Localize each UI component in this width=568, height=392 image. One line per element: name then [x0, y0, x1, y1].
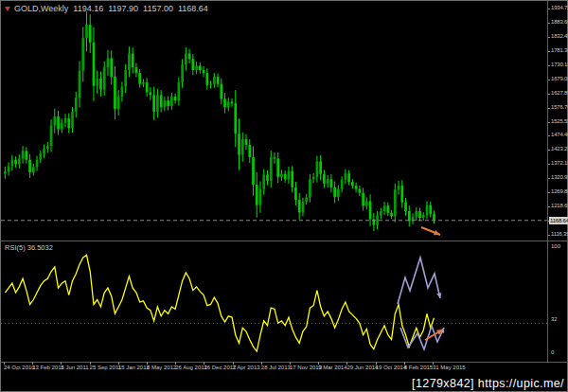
price-tick-label: 1781.30: [551, 47, 568, 54]
main-down-arrow[interactable]: [421, 227, 440, 235]
time-tick-label: 31 May 2015: [433, 365, 466, 370]
time-tick-label: 26 Aug 2012: [175, 365, 207, 370]
watermark: [1279x842] https://upic.me/: [412, 377, 564, 390]
price-tick: [548, 164, 550, 165]
rsi-axis-top-label: 100: [551, 243, 560, 250]
time-tick-label: 28 Jul 2013: [261, 365, 291, 370]
price-tick: [548, 23, 550, 24]
time-tick-label: 6 May 2012: [147, 365, 176, 370]
price-tick-label: 1372.10: [551, 160, 568, 167]
time-tick-label: 15 Jan 2012: [118, 365, 150, 370]
indicator-value: 36.5032: [27, 243, 53, 252]
price-tick: [548, 51, 550, 52]
rsi-zigzag-upper[interactable]: [398, 258, 441, 304]
chart-title: GOLD,Weekly1194.161197.901157.001168.64: [5, 4, 208, 13]
close-value: 1168.64: [178, 4, 208, 13]
symbol-marker-icon: [5, 7, 10, 11]
price-tick: [548, 206, 550, 207]
open-value: 1194.16: [73, 4, 103, 13]
price-tick-label: 1730.15: [551, 62, 568, 68]
price-tick-label: 1883.60: [551, 19, 568, 26]
rsi-line: [5, 255, 434, 351]
time-tick-label: 17 Nov 2013: [290, 365, 322, 370]
time-tick-label: 24 Oct 2010: [4, 365, 35, 370]
main-chart[interactable]: [1, 1, 548, 241]
price-tick: [548, 178, 550, 179]
rsi-panel[interactable]: [1, 241, 548, 362]
time-tick-label: 13 Feb 2011: [32, 365, 63, 370]
price-axis[interactable]: 1934.751883.601832.451781.301730.151679.…: [548, 1, 567, 363]
price-tick: [548, 9, 550, 9]
indicator-label: RSI(5) 36.5032: [5, 243, 53, 252]
time-tick-label: 19 Oct 2014: [376, 365, 407, 370]
price-tick: [548, 122, 550, 123]
time-tick-label: 9 Mar 2014: [318, 365, 346, 370]
time-axis-separator: [1, 362, 567, 363]
price-tick: [548, 65, 550, 66]
price-tick-label: 1627.85: [551, 90, 568, 97]
price-tick-label: 1269.80: [551, 188, 568, 195]
time-axis[interactable]: 24 Oct 201013 Feb 20115 Jun 201125 Sep 2…: [1, 364, 548, 375]
time-tick-label: 25 Sep 2011: [90, 365, 122, 370]
rsi-axis-bottom-label: 0: [551, 349, 554, 356]
time-tick-label: 16 Dec 2012: [204, 365, 236, 370]
price-tick: [548, 135, 550, 136]
indicator-name: RSI(5): [5, 243, 26, 252]
price-tick-label: 1832.45: [551, 33, 568, 40]
price-tick: [548, 108, 550, 109]
price-tick: [548, 192, 550, 193]
price-tick-label: 1525.55: [551, 118, 568, 125]
price-tick-label: 1934.75: [551, 5, 568, 11]
price-tick-label: 1576.70: [551, 104, 568, 111]
time-tick-label: 29 Jun 2014: [346, 365, 378, 370]
chart-window: GOLD,Weekly1194.161197.901157.001168.64 …: [0, 0, 568, 392]
price-tick: [548, 150, 550, 151]
price-tick: [548, 80, 550, 80]
time-tick-label: 5 Jun 2011: [61, 365, 88, 370]
price-tick-label: 1218.65: [551, 203, 568, 209]
price-tick-label: 1679.00: [551, 76, 568, 82]
current-price-box: 1168.64: [549, 217, 568, 224]
time-tick-label: 8 Feb 2015: [404, 365, 433, 370]
low-value: 1157.00: [143, 4, 173, 13]
price-tick: [548, 94, 550, 95]
time-tick-label: 7 Apr 2013: [233, 365, 260, 370]
price-tick-label: 1320.95: [551, 174, 568, 181]
price-tick-label: 1116.35: [551, 231, 568, 238]
symbol-label: GOLD,Weekly: [14, 4, 68, 13]
high-value: 1197.90: [108, 4, 138, 13]
price-tick-label: 1474.40: [551, 132, 568, 138]
price-tick: [548, 235, 550, 236]
rsi-axis-level-label: 32: [551, 316, 558, 323]
price-tick: [548, 37, 550, 38]
price-tick-label: 1423.25: [551, 146, 568, 152]
